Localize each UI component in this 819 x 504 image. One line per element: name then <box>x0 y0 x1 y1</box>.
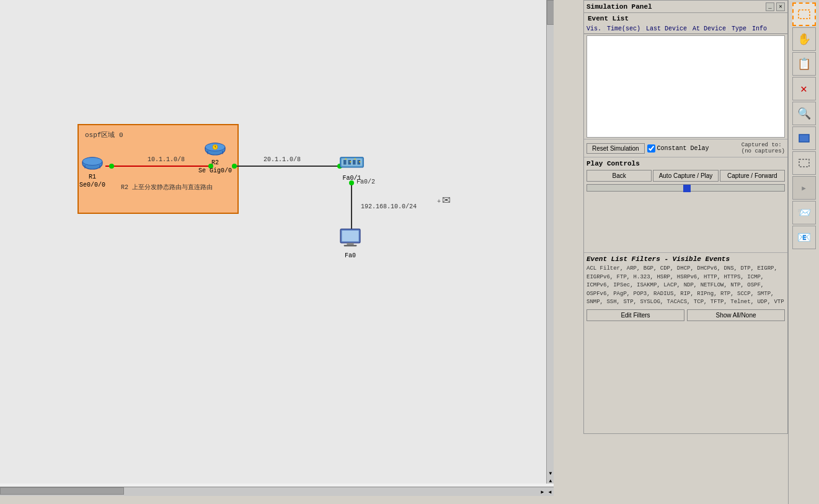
constant-delay-checkbox[interactable] <box>647 144 655 153</box>
sim-minimize-btn[interactable]: _ <box>766 2 774 11</box>
router-r1[interactable]: R1 Se0/0/0 <box>79 154 105 188</box>
expand-btn[interactable]: ▶ <box>792 176 816 200</box>
expand-icon: ▶ <box>802 184 806 192</box>
spacer <box>584 194 787 250</box>
sim-close-btn[interactable]: ✕ <box>776 2 785 11</box>
event-list-body[interactable] <box>587 35 785 138</box>
subnet1-label: 192.168.10.0/24 <box>361 203 417 210</box>
sim-panel-window-controls: _ ✕ <box>766 2 785 11</box>
svg-rect-38 <box>799 10 810 19</box>
email-cursor: +✉ <box>437 191 450 208</box>
svg-rect-28 <box>353 160 356 165</box>
play-controls-title: Play Controls <box>587 160 785 167</box>
progress-indicator <box>683 185 691 192</box>
pc-node[interactable]: Fa0 <box>338 226 363 259</box>
svg-rect-36 <box>347 243 353 245</box>
event-filters-section: Event List Filters - Visible Events ACL … <box>584 252 787 324</box>
constant-delay-row: Constant Delay <box>647 144 709 153</box>
dashed-select-btn[interactable] <box>792 2 816 26</box>
dashed-select-icon <box>797 9 811 20</box>
delete-icon: ✕ <box>800 82 807 95</box>
network-connections <box>0 0 554 484</box>
r2-label: R2 <box>211 159 219 166</box>
event-list-header: Vis. Time(sec) Last Device At Device Typ… <box>584 24 787 34</box>
simulation-panel: Simulation Panel _ ✕ Event List Vis. Tim… <box>583 0 788 434</box>
filter-btns-row: Edit Filters Show All/None <box>587 309 785 321</box>
captured-info: Captured to: (no captures) <box>742 142 785 154</box>
mail-in-icon: 📨 <box>797 206 811 219</box>
hand-tool-btn[interactable]: ✋ <box>792 27 816 51</box>
link-label1: 20.1.1.0/8 <box>263 156 301 163</box>
captured-label: Captured to: <box>742 142 785 148</box>
fa02-label: Fa0/2 <box>356 179 375 185</box>
svg-point-10 <box>82 157 102 166</box>
horizontal-scrollbar[interactable]: ▶ ◀ <box>0 487 554 496</box>
scroll-up2-arrow[interactable]: ▲ <box>547 478 554 484</box>
progress-bar <box>587 184 785 192</box>
switch-node[interactable]: Fa0/1 <box>338 152 366 182</box>
r1-label: R1 <box>89 174 96 180</box>
event-filters-title: Event List Filters - Visible Events <box>587 255 785 263</box>
sim-panel-title: Simulation Panel <box>587 3 652 11</box>
scroll-left2-arrow[interactable]: ◀ <box>546 487 554 496</box>
zoom-tool-btn[interactable]: 🔍 <box>792 102 816 125</box>
fa0-label: Fa0 <box>345 252 356 259</box>
col-last-device[interactable]: Last Device <box>644 25 690 32</box>
vertical-scrollbar[interactable]: ▼ ▲ <box>546 0 554 484</box>
note-tool-btn[interactable]: 📋 <box>792 52 816 76</box>
auto-capture-btn[interactable]: Auto Capture / Play <box>653 170 718 182</box>
hand-icon: ✋ <box>797 32 811 46</box>
filter-text: ACL Filter, ARP, BGP, CDP, DHCP, DHCPv6,… <box>587 265 785 307</box>
show-all-btn[interactable]: Show All/None <box>687 309 785 321</box>
svg-rect-37 <box>344 245 357 246</box>
back-btn[interactable]: Back <box>587 170 652 182</box>
col-time[interactable]: Time(sec) <box>604 25 644 32</box>
svg-rect-39 <box>799 135 809 142</box>
router-r2[interactable]: R2 Se Gig0/0 <box>198 139 232 174</box>
sim-panel-titlebar: Simulation Panel _ ✕ <box>584 1 787 13</box>
play-btns-row: Back Auto Capture / Play Capture / Forwa… <box>587 170 785 182</box>
scroll-right-arrow[interactable]: ▶ <box>539 487 546 496</box>
horizontal-scroll-thumb[interactable] <box>0 487 124 495</box>
rect-tool-btn[interactable] <box>792 126 816 150</box>
edit-filters-btn[interactable]: Edit Filters <box>587 309 684 321</box>
col-info[interactable]: Info <box>750 25 769 32</box>
main-canvas: ospf区域 0 <box>0 0 554 496</box>
mail-out-icon: 📧 <box>797 231 811 244</box>
constant-delay-label: Constant Delay <box>657 145 709 152</box>
col-vis[interactable]: Vis. <box>584 25 604 32</box>
event-list-title: Event List <box>584 13 787 24</box>
ospf-label: ospf区域 0 <box>85 130 123 139</box>
col-type[interactable]: Type <box>729 25 750 32</box>
scroll-down-arrow[interactable]: ▼ <box>547 471 554 476</box>
col-at-device[interactable]: At Device <box>690 25 729 32</box>
play-controls-section: Play Controls Back Auto Capture / Play C… <box>584 157 787 194</box>
svg-rect-35 <box>342 231 358 242</box>
r2-note: R2 上至分发静态路由与直连路由 <box>121 183 213 192</box>
right-toolbar: ✋ 📋 ✕ 🔍 ▶ 📨 📧 <box>788 0 819 504</box>
vertical-scroll-thumb[interactable] <box>547 0 554 25</box>
mail-out-btn[interactable]: 📧 <box>792 226 816 249</box>
dashed-rect-tool-btn[interactable] <box>792 151 816 175</box>
network-area[interactable]: ospf区域 0 <box>0 0 554 484</box>
note-icon: 📋 <box>797 57 811 71</box>
sim-controls-row: Reset Simulation Constant Delay Captured… <box>584 139 787 157</box>
rect-icon <box>797 133 811 144</box>
capture-forward-btn[interactable]: Capture / Forward <box>720 170 785 182</box>
dashed-rect-icon <box>797 157 811 169</box>
r2-subnet-label: 10.1.1.0/8 <box>148 156 185 163</box>
mail-in-btn[interactable]: 📨 <box>792 201 816 224</box>
r2-interface: Se Gig0/0 <box>198 167 232 174</box>
reset-simulation-btn[interactable]: Reset Simulation <box>587 143 645 154</box>
delete-tool-btn[interactable]: ✕ <box>792 77 816 100</box>
zoom-icon: 🔍 <box>797 107 811 120</box>
captured-value: (no captures) <box>742 148 785 154</box>
svg-rect-40 <box>799 159 809 167</box>
r1-interface: Se0/0/0 <box>79 182 105 188</box>
svg-rect-26 <box>343 160 347 165</box>
